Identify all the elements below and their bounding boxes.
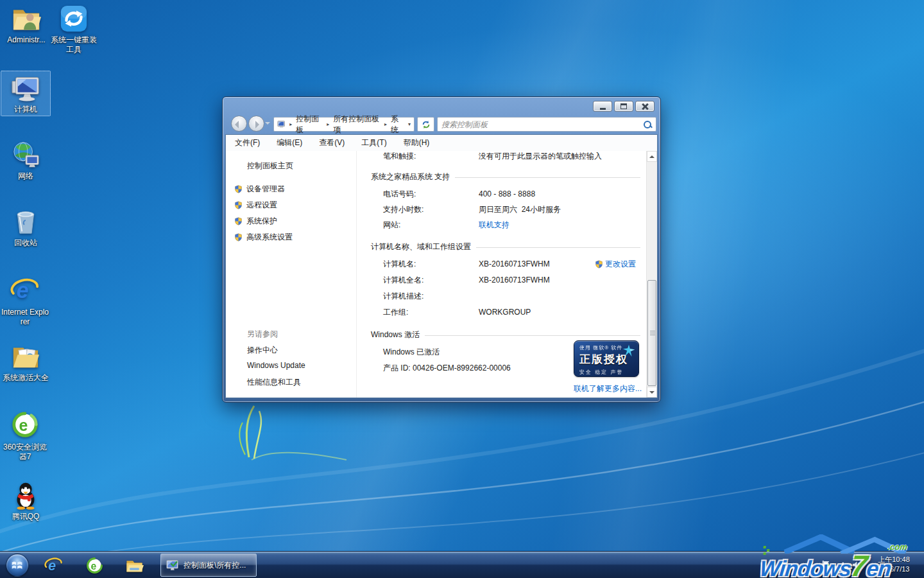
menu-bar: 文件(F) 编辑(E) 查看(V) 工具(T) 帮助(H) xyxy=(226,135,657,151)
desktop-icon-activation-pack[interactable]: 系统激活大全 xyxy=(1,342,51,383)
sidebar-item-windows-update[interactable]: Windows Update xyxy=(247,361,305,370)
desktop-icon-recycle-bin[interactable]: 回收站 xyxy=(1,207,51,248)
menu-tools[interactable]: 工具(T) xyxy=(361,137,386,148)
see-also-header: 另请参阅 xyxy=(247,329,278,340)
desktop-icon-360-browser[interactable]: e 360安全浏览器7 xyxy=(0,411,50,462)
row-value: 400 - 888 - 8888 xyxy=(479,189,535,199)
workgroup-row: 工作组: WORKGROUP xyxy=(383,307,640,317)
menu-file[interactable]: 文件(F) xyxy=(235,137,260,148)
icon-label: 360安全浏览器7 xyxy=(0,442,50,462)
change-settings-link[interactable]: 更改设置 xyxy=(595,259,636,269)
breadcrumb-item-all-items[interactable]: 所有控制面板项 xyxy=(333,114,381,136)
scrollbar-thumb[interactable] xyxy=(647,280,656,386)
address-dropdown-icon[interactable]: ▾ xyxy=(408,121,411,127)
show-hidden-icons-button[interactable] xyxy=(809,561,815,567)
section-title: 计算机名称、域和工作组设置 xyxy=(371,241,471,252)
section-rule xyxy=(425,335,640,336)
refresh-button[interactable] xyxy=(417,117,434,132)
menu-help[interactable]: 帮助(H) xyxy=(404,137,430,148)
computer-description-row: 计算机描述: xyxy=(383,291,640,301)
window-titlebar[interactable] xyxy=(223,97,660,114)
recent-pages-dropdown-icon[interactable] xyxy=(265,122,270,127)
window-client-area: 文件(F) 编辑(E) 查看(V) 工具(T) 帮助(H) 控制面板主页 xyxy=(225,134,658,398)
main-pane: 笔和触摸: 没有可用于此显示器的笔或触控输入 系统之家精品系统 支持 电话号码:… xyxy=(357,151,657,398)
breadcrumb-item-control-panel[interactable]: 控制面板 xyxy=(296,114,323,136)
genuine-microsoft-badge: 使用 微软® 软件 正版授权 安全 稳定 声誉 xyxy=(574,340,639,377)
icon-label: 系统激活大全 xyxy=(1,373,51,383)
row-value: 周日至周六 24小时服务 xyxy=(479,204,561,215)
network-icon xyxy=(11,140,40,170)
forward-button[interactable] xyxy=(248,116,264,132)
search-input[interactable] xyxy=(441,120,643,129)
support-hours-row: 支持小时数: 周日至周六 24小时服务 xyxy=(383,204,640,215)
start-button[interactable] xyxy=(6,554,29,577)
sidebar-item-label: 远程设置 xyxy=(246,200,277,211)
online-support-link[interactable]: 联机支持 xyxy=(479,220,509,230)
minimize-button[interactable] xyxy=(593,101,612,112)
sidebar-item-action-center[interactable]: 操作中心 xyxy=(247,345,278,356)
task-button-label: 控制面板\所有控... xyxy=(184,560,246,571)
vertical-scrollbar[interactable] xyxy=(646,151,657,398)
icon-label: Administr... xyxy=(1,35,51,45)
desktop-icon-reinstall-tool[interactable]: 系统一键重装工具 xyxy=(49,4,99,55)
breadcrumb-separator: ▸ xyxy=(289,121,292,127)
breadcrumb-item-system[interactable]: 系统 xyxy=(391,114,404,136)
reinstall-tool-icon xyxy=(59,4,89,33)
sidebar-item-system-protection[interactable]: 系统保护 xyxy=(234,216,277,227)
sidebar-item-control-panel-home[interactable]: 控制面板主页 xyxy=(247,161,293,171)
sidebar-item-label: 控制面板主页 xyxy=(247,161,293,171)
scroll-up-icon xyxy=(649,153,654,158)
sidebar: 控制面板主页 设备管理器 远程设置 xyxy=(226,151,357,398)
row-label: 计算机名: xyxy=(383,259,479,269)
taskbar-explorer-button[interactable] xyxy=(123,555,145,575)
desktop-icon-qq[interactable]: 腾讯QQ xyxy=(1,480,51,521)
360-browser-icon: e xyxy=(10,411,40,441)
close-button[interactable] xyxy=(635,101,654,112)
menu-edit[interactable]: 编辑(E) xyxy=(277,137,302,148)
360-browser-icon: e xyxy=(85,556,104,575)
sidebar-item-label: 设备管理器 xyxy=(246,184,285,195)
taskbar-clock[interactable]: 上午10:48 2016/7/13 xyxy=(868,555,920,574)
taskbar-ie-button[interactable]: e xyxy=(42,555,64,575)
activation-status: Windows 已激活 xyxy=(383,347,440,357)
product-id: 产品 ID: 00426-OEM-8992662-00006 xyxy=(383,363,511,373)
taskbar-active-task-control-panel[interactable]: 控制面板\所有控... xyxy=(160,554,257,577)
back-button[interactable] xyxy=(231,116,247,132)
section-rule xyxy=(476,247,640,248)
uac-shield-icon xyxy=(234,185,243,193)
desktop-icon-internet-explorer[interactable]: e Internet Explorer xyxy=(0,276,50,327)
breadcrumb[interactable]: ▸ 控制面板 ▸ 所有控制面板项 ▸ 系统 ▾ xyxy=(273,117,415,132)
network-tray-icon[interactable] xyxy=(836,560,846,570)
search-box[interactable] xyxy=(437,117,656,132)
maximize-button[interactable] xyxy=(614,101,633,112)
desktop-icon-network[interactable]: 网络 xyxy=(1,140,51,181)
scrollbar-down-button[interactable] xyxy=(647,387,657,398)
volume-tray-icon[interactable] xyxy=(851,560,861,570)
badge-star-icon xyxy=(622,344,636,358)
sidebar-item-performance-tools[interactable]: 性能信息和工具 xyxy=(247,377,301,388)
svg-text:e: e xyxy=(90,560,96,571)
taskbar-360-browser-button[interactable]: e xyxy=(83,555,105,575)
desktop-icon-administrator[interactable]: Administr... xyxy=(1,4,51,45)
sidebar-item-device-manager[interactable]: 设备管理器 xyxy=(234,184,285,195)
computer-name-row: 计算机名: XB-20160713FWHM 更改设置 xyxy=(383,259,640,269)
desktop-icon-computer[interactable]: 计算机 xyxy=(1,71,51,116)
sidebar-item-label: 系统保护 xyxy=(246,216,277,227)
search-icon[interactable] xyxy=(643,120,652,129)
computer-icon xyxy=(11,73,40,103)
row-label: 笔和触摸: xyxy=(383,151,479,161)
recycle-bin-icon xyxy=(11,207,40,236)
action-center-flag-icon[interactable] xyxy=(821,560,830,570)
menu-view[interactable]: 查看(V) xyxy=(319,137,345,148)
scrollbar-up-button[interactable] xyxy=(647,151,657,162)
uac-shield-icon xyxy=(234,201,243,209)
sidebar-item-remote-settings[interactable]: 远程设置 xyxy=(234,200,277,211)
sidebar-item-advanced-system-settings[interactable]: 高级系统设置 xyxy=(234,232,293,243)
pen-touch-row: 笔和触摸: 没有可用于此显示器的笔或触控输入 xyxy=(383,151,640,161)
icon-label: 计算机 xyxy=(1,105,50,114)
change-settings-label: 更改设置 xyxy=(605,259,636,269)
section-title: Windows 激活 xyxy=(371,329,420,340)
maximize-icon xyxy=(620,103,627,109)
system-tray xyxy=(809,560,861,570)
learn-more-online-link[interactable]: 联机了解更多内容... xyxy=(574,383,642,394)
